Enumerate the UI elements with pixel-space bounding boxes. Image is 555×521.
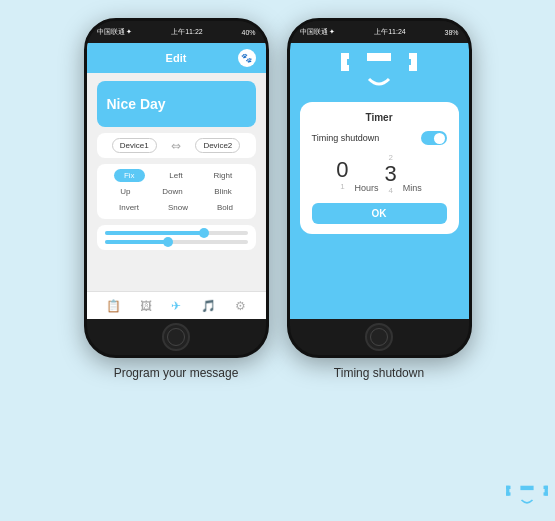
message-text: Nice Day: [107, 96, 166, 112]
phone1-status-bar: 中国联通 ✦ 上午11:22 40%: [87, 21, 266, 43]
ok-button[interactable]: OK: [312, 203, 447, 224]
phone1-bottom-nav: 📋 🖼 ✈ 🎵 ⚙: [87, 291, 266, 319]
fan-logo-svg: [339, 51, 419, 96]
phone2-status-bar: 中国联通 ✦ 上午11:24 38%: [290, 21, 469, 43]
slider1-fill: [105, 231, 205, 235]
nav-icon-doc[interactable]: 📋: [106, 299, 121, 313]
ctrl-row-3: Invert Snow Bold: [105, 201, 248, 214]
bold-control[interactable]: Bold: [211, 201, 239, 214]
svg-rect-10: [520, 486, 533, 490]
hours-column: 0 1: [336, 158, 348, 191]
corner-logo-svg: [505, 483, 549, 511]
down-control[interactable]: Down: [156, 185, 188, 198]
slider1-handle[interactable]: [199, 228, 209, 238]
nav-icon-settings[interactable]: ⚙: [235, 299, 246, 313]
svg-rect-3: [367, 53, 391, 61]
nav-icon-img[interactable]: 🖼: [140, 299, 152, 313]
device1-button[interactable]: Device1: [112, 138, 157, 153]
app-header: Edit 🐾: [87, 43, 266, 73]
timing-shutdown-row: Timing shutdown: [312, 131, 447, 145]
timer-modal: Timer Timing shutdown 0 1: [300, 102, 459, 234]
up-control[interactable]: Up: [114, 185, 136, 198]
svg-rect-2: [341, 65, 349, 71]
hours-below: 1: [340, 182, 344, 191]
blink-control[interactable]: Blink: [208, 185, 237, 198]
phone1-battery: 40%: [241, 29, 255, 36]
phone1-time: 上午11:22: [171, 27, 203, 37]
phone2-battery: 38%: [444, 29, 458, 36]
phone1-screen: Edit 🐾 Nice Day Device1 ⇔ Device2: [87, 43, 266, 319]
ctrl-row-2: Up Down Blink: [105, 185, 248, 198]
phone2-time: 上午11:24: [374, 27, 406, 37]
phone2: 中国联通 ✦ 上午11:24 38%: [287, 18, 472, 358]
device2-button[interactable]: Device2: [195, 138, 240, 153]
mins-below: 4: [388, 186, 392, 195]
right-control[interactable]: Right: [207, 169, 238, 182]
left-control[interactable]: Left: [163, 169, 188, 182]
link-icon: ⇔: [171, 139, 181, 153]
corner-logo: [505, 483, 549, 515]
timing-toggle[interactable]: [421, 131, 447, 145]
phone2-caption: Timing shutdown: [334, 366, 424, 380]
phone2-carrier: 中国联通 ✦: [300, 27, 336, 37]
phone1-wrapper: 中国联通 ✦ 上午11:22 40% Edit 🐾 Nice Day: [84, 18, 269, 380]
slider2-handle[interactable]: [163, 237, 173, 247]
invert-control[interactable]: Invert: [113, 201, 145, 214]
phone2-wrapper: 中国联通 ✦ 上午11:24 38%: [287, 18, 472, 380]
phone2-home-inner: [370, 328, 388, 346]
app-header-title: Edit: [166, 52, 187, 64]
mins-main[interactable]: 3: [385, 163, 397, 185]
sliders-area: [97, 225, 256, 250]
phone1-home-inner: [167, 328, 185, 346]
message-box[interactable]: Nice Day: [97, 81, 256, 127]
mins-unit: Mins: [403, 183, 422, 193]
mins-column: 2 3 4: [385, 153, 397, 195]
phone1-carrier: 中国联通 ✦: [97, 27, 133, 37]
hours-unit: Hours: [354, 183, 378, 193]
main-area: 中国联通 ✦ 上午11:22 40% Edit 🐾 Nice Day: [0, 0, 555, 380]
ctrl-row-1: Fix Left Right: [105, 169, 248, 182]
app-header-icon[interactable]: 🐾: [238, 49, 256, 67]
phone2-screen: Timer Timing shutdown 0 1: [290, 43, 469, 319]
svg-rect-9: [506, 492, 510, 495]
hours-main[interactable]: 0: [336, 159, 348, 181]
phone1: 中国联通 ✦ 上午11:22 40% Edit 🐾 Nice Day: [84, 18, 269, 358]
timing-shutdown-label: Timing shutdown: [312, 133, 380, 143]
phone1-caption: Program your message: [114, 366, 239, 380]
nav-icon-music[interactable]: 🎵: [201, 299, 216, 313]
slider1-track[interactable]: [105, 231, 248, 235]
device-row: Device1 ⇔ Device2: [97, 133, 256, 158]
svg-rect-6: [409, 65, 417, 71]
time-picker: 0 1 Hours 2 3 4 Mins: [312, 153, 447, 195]
timer-title: Timer: [312, 112, 447, 123]
controls-grid: Fix Left Right Up Down Blink Invert Snow: [97, 164, 256, 219]
slider2-track[interactable]: [105, 240, 248, 244]
nav-icon-send[interactable]: ✈: [171, 299, 181, 313]
phone2-home-button[interactable]: [365, 323, 393, 351]
fan-logo-area: [290, 43, 469, 96]
app-body: Nice Day Device1 ⇔ Device2 Fix Left Righ…: [87, 73, 266, 291]
fix-button[interactable]: Fix: [114, 169, 145, 182]
svg-rect-13: [544, 492, 548, 495]
slider2-fill: [105, 240, 169, 244]
phone1-home-button[interactable]: [162, 323, 190, 351]
paw-icon: 🐾: [241, 53, 252, 63]
toggle-knob: [434, 133, 445, 144]
snow-control[interactable]: Snow: [162, 201, 194, 214]
